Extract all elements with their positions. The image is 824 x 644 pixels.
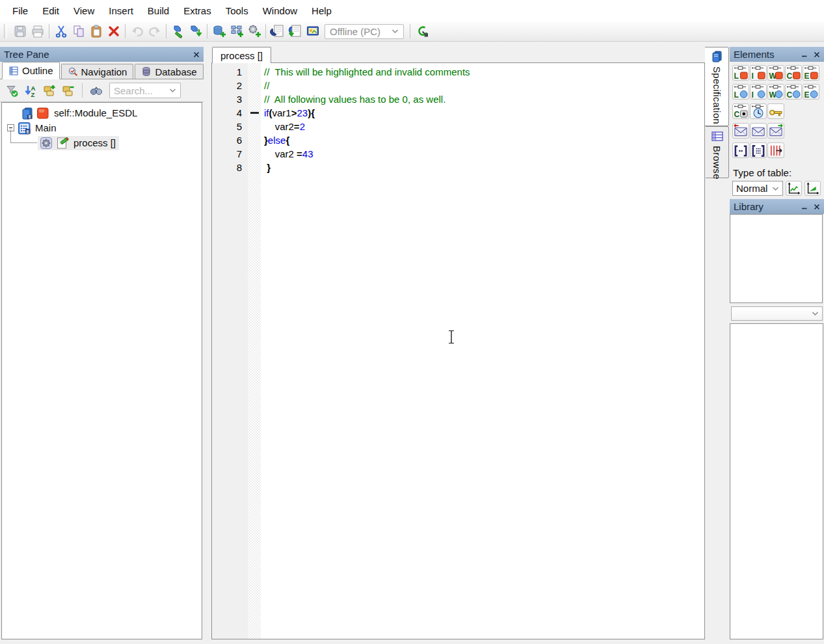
message-button[interactable] — [750, 123, 767, 139]
tab-specification[interactable]: Specification — [705, 47, 729, 126]
library-panel-header: Library — [730, 199, 824, 214]
generate-code-button[interactable] — [187, 23, 204, 40]
experiment-environment-button[interactable] — [304, 23, 321, 40]
two-d-table-button[interactable] — [804, 181, 821, 196]
menu-file[interactable]: File — [5, 0, 35, 21]
paste-button[interactable] — [87, 23, 105, 40]
code-line-7[interactable]: 7 var2 =43 — [212, 147, 704, 161]
editor-tab-process[interactable]: process [] — [212, 47, 271, 63]
tree-node-module[interactable]: E self::Module_ESDL — [2, 105, 202, 120]
svg-text:E: E — [29, 114, 32, 119]
menu-edit[interactable]: Edit — [35, 0, 66, 21]
resource-button[interactable] — [767, 103, 784, 119]
code-lines: 1// This will be highlighted and invalid… — [212, 65, 704, 174]
code-line-8[interactable]: 8 } — [212, 161, 704, 174]
open-experiment-button[interactable] — [269, 23, 286, 40]
unsigned-discrete-variable-button[interactable]: W — [767, 65, 784, 81]
array-button[interactable] — [732, 142, 749, 158]
add-project-button[interactable] — [228, 23, 245, 40]
enum-parameter-button[interactable]: E — [803, 84, 819, 100]
code-line-1[interactable]: 1// This will be highlighted and invalid… — [212, 65, 704, 79]
search-input[interactable]: Search... — [109, 83, 181, 98]
tab-database[interactable]: Database — [135, 64, 203, 79]
expand-all-button[interactable] — [41, 82, 58, 99]
menu-help[interactable]: Help — [304, 0, 339, 21]
print-button[interactable] — [29, 23, 46, 40]
code-line-3[interactable]: 3// All following values has to be 0, as… — [212, 92, 704, 106]
transfer-to-target-button[interactable] — [413, 23, 431, 40]
menu-tools[interactable]: Tools — [219, 0, 256, 21]
code-line-4[interactable]: 4if(var1>23){ — [212, 106, 704, 120]
undo-button[interactable] — [128, 23, 146, 40]
close-icon[interactable] — [193, 51, 200, 58]
continuous-parameter-button[interactable]: C — [785, 84, 802, 100]
redo-button[interactable] — [146, 23, 163, 40]
code-line-2[interactable]: 2// — [212, 79, 704, 92]
line-number: 1 — [212, 66, 248, 77]
signed-discrete-variable-button[interactable]: I — [750, 65, 767, 81]
signed-discrete-parameter-button[interactable]: I — [750, 84, 767, 100]
code-text: } — [261, 162, 271, 173]
constant-button[interactable]: C — [732, 103, 749, 119]
enum-variable-button[interactable]: E — [803, 65, 819, 81]
code-line-5[interactable]: 5 var2=2 — [212, 120, 704, 133]
tab-navigation[interactable]: Navigation — [61, 64, 134, 79]
find-button[interactable] — [88, 82, 105, 99]
delete-button[interactable] — [105, 23, 122, 40]
tree-node-process[interactable]: process [] — [2, 135, 202, 150]
add-class-button[interactable] — [245, 23, 263, 40]
line-number: 8 — [212, 162, 248, 173]
main-toolbar: Offline (PC) — [0, 21, 824, 42]
code-line-6[interactable]: 6}else{ — [212, 133, 704, 147]
continuous-variable-button[interactable]: C — [785, 65, 802, 81]
svg-text:L: L — [734, 90, 738, 100]
copy-button[interactable] — [70, 23, 87, 40]
logic-variable-button[interactable]: L — [732, 65, 749, 81]
distribution-button[interactable] — [767, 142, 784, 158]
save-button[interactable] — [11, 23, 29, 40]
code-text: var2=2 — [261, 121, 305, 132]
send-message-button[interactable] — [767, 123, 784, 139]
menu-extras[interactable]: Extras — [176, 0, 219, 21]
logic-parameter-button[interactable]: L — [732, 84, 749, 100]
add-component-button[interactable] — [210, 23, 228, 40]
tab-outline[interactable]: Outline — [2, 62, 60, 79]
text-cursor-ibeam — [447, 330, 455, 344]
svg-text:Z: Z — [31, 91, 35, 98]
code-editor[interactable]: 1// This will be highlighted and invalid… — [211, 62, 705, 639]
code-text: // This will be highlighted and invalid … — [261, 66, 470, 77]
sort-az-button[interactable]: AZ — [22, 82, 39, 99]
close-icon[interactable] — [814, 51, 820, 58]
line-number: 3 — [212, 94, 248, 105]
filter-button[interactable] — [3, 82, 20, 99]
unsigned-discrete-parameter-button[interactable]: W — [767, 84, 784, 100]
minimize-icon[interactable] — [801, 204, 808, 210]
close-icon[interactable] — [814, 204, 820, 210]
menu-bar: FileEditViewInsertBuildExtrasToolsWindow… — [0, 0, 824, 21]
menu-insert[interactable]: Insert — [101, 0, 140, 21]
one-d-table-button[interactable] — [786, 181, 802, 196]
table-type-select[interactable]: Normal — [732, 181, 783, 196]
fold-marker-cell — [248, 147, 261, 161]
edit-component-button[interactable] — [169, 23, 187, 40]
matrix-button[interactable] — [750, 142, 767, 158]
library-filter-select[interactable] — [731, 306, 823, 321]
elements-row — [732, 142, 824, 158]
fold-marker-cell — [248, 133, 261, 147]
menu-window[interactable]: Window — [256, 0, 304, 21]
collapse-all-button[interactable] — [60, 82, 77, 99]
cut-button[interactable] — [52, 23, 70, 40]
svg-text:E: E — [804, 72, 809, 81]
export-data-button[interactable] — [286, 23, 304, 40]
minimize-icon[interactable] — [801, 51, 808, 58]
timer-button[interactable] — [750, 103, 767, 119]
code-text: if(var1>23){ — [261, 107, 315, 118]
tab-browse[interactable]: Browse — [706, 126, 729, 178]
receive-message-button[interactable] — [732, 123, 749, 139]
toolbar-separator — [125, 24, 126, 38]
menu-build[interactable]: Build — [140, 0, 176, 21]
menu-view[interactable]: View — [66, 0, 101, 21]
tab-browse-label: Browse — [711, 146, 723, 180]
library-list[interactable] — [730, 214, 823, 303]
target-mode-select[interactable]: Offline (PC) — [325, 24, 404, 39]
